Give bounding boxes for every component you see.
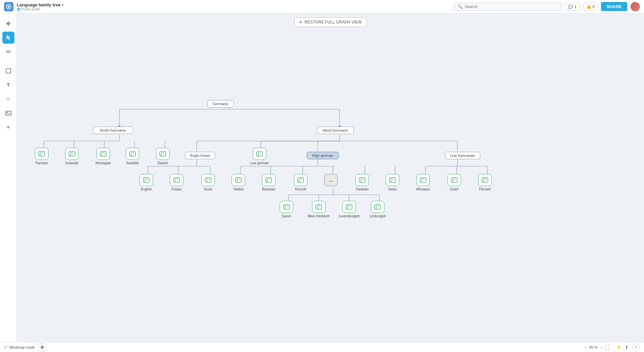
app-subtitle: 🌐 Public graph — [17, 7, 64, 11]
like-button[interactable]: 👍 0 — [583, 3, 598, 11]
download-icon[interactable]: ⬇ — [625, 345, 629, 350]
node-swabian[interactable]: Swabian — [355, 174, 369, 191]
canvas: ✕ RESTORE FULL GRAPH VIEW — [17, 13, 644, 342]
share-button[interactable]: SHARE — [601, 2, 627, 11]
filter-icon[interactable]: ⚡ — [616, 345, 621, 350]
restore-label: RESTORE FULL GRAPH VIEW — [304, 20, 362, 25]
mindmap-icon: ⬡ — [4, 345, 7, 349]
header-actions: 💬 1 👍 0 SHARE — [565, 2, 640, 11]
node-saxon[interactable]: Saxon — [280, 201, 293, 218]
sidebar-select-btn[interactable] — [2, 32, 14, 44]
sidebar-image-btn[interactable] — [2, 107, 14, 119]
svg-rect-75 — [100, 151, 106, 156]
svg-rect-93 — [375, 205, 381, 209]
node-faroese[interactable]: Faroese — [35, 148, 48, 165]
title-dropdown-icon[interactable]: ▾ — [62, 3, 64, 7]
zoom-level: 95 % — [589, 345, 598, 349]
svg-rect-82 — [235, 178, 241, 182]
node-west-germanic[interactable]: West-Germanic — [317, 127, 354, 134]
svg-rect-81 — [205, 178, 211, 182]
fit-screen-icon[interactable]: ⛶ — [605, 345, 609, 350]
avatar[interactable] — [631, 2, 640, 11]
svg-rect-80 — [174, 178, 180, 182]
node-dutch[interactable]: Dutch — [448, 174, 461, 191]
svg-rect-83 — [266, 178, 272, 182]
node-english[interactable]: English — [140, 174, 153, 191]
zoom-next-icon[interactable]: › — [600, 345, 602, 350]
node-limburgish[interactable]: Limburgish — [370, 201, 386, 218]
restore-full-view-button[interactable]: ✕ RESTORE FULL GRAPH VIEW — [294, 17, 367, 27]
node-hunsrik[interactable]: Hunsrik — [294, 174, 307, 191]
app-title: Language family tree — [17, 2, 61, 7]
svg-rect-88 — [451, 178, 457, 182]
node-yiddish[interactable]: Yiddish — [232, 174, 245, 191]
svg-point-1 — [8, 6, 10, 8]
zoom-controls: ‹ 95 % › ⛶ — [585, 345, 609, 350]
sidebar-star-btn[interactable]: ☆ — [2, 93, 14, 105]
restore-icon: ✕ — [299, 20, 302, 25]
mindmap-mode-toggle[interactable]: ⬡ Mindmap mode — [4, 345, 35, 349]
search-box: 🔍 — [454, 3, 562, 11]
svg-rect-87 — [420, 178, 426, 182]
settings-button[interactable]: ⚙ — [38, 343, 46, 351]
like-count: 0 — [593, 4, 595, 9]
svg-rect-76 — [129, 151, 136, 156]
node-swedish[interactable]: Swedish — [126, 148, 139, 165]
svg-rect-73 — [39, 151, 45, 156]
sidebar-move-btn[interactable]: ✥ — [2, 17, 14, 30]
node-swiss[interactable]: Swiss — [386, 174, 399, 191]
svg-rect-85 — [359, 178, 365, 182]
svg-rect-90 — [283, 205, 290, 209]
header: Language family tree ▾ 🌐 Public graph 🔍 … — [0, 0, 644, 13]
sidebar-shapes-btn[interactable] — [2, 65, 14, 77]
like-icon: 👍 — [586, 4, 591, 9]
node-anglo-frisian[interactable]: Anglo-frisian — [185, 152, 215, 159]
sidebar: ✥ T ☆ + — [0, 13, 17, 352]
svg-rect-91 — [316, 205, 322, 209]
svg-rect-89 — [482, 178, 488, 182]
svg-rect-2 — [6, 69, 11, 73]
node-bavarian[interactable]: Bavarian — [262, 174, 275, 191]
mindmap-mode-label: Mindmap mode — [9, 345, 35, 349]
search-icon: 🔍 — [458, 4, 463, 9]
search-input[interactable] — [465, 4, 558, 9]
comment-count: 1 — [574, 4, 577, 9]
node-africaans[interactable]: Africaans — [416, 174, 430, 191]
svg-rect-78 — [257, 151, 263, 156]
node-danish[interactable]: Danish — [156, 148, 169, 165]
node-norwegian[interactable]: Norvegian — [96, 148, 111, 165]
svg-rect-86 — [389, 178, 395, 182]
app-logo — [4, 2, 13, 11]
node-dots[interactable]: ... — [324, 174, 338, 187]
node-high-german[interactable]: High german — [307, 152, 339, 159]
node-main-frankisch[interactable]: Main-fränkisch — [308, 201, 330, 218]
sidebar-add-btn[interactable]: + — [2, 121, 14, 133]
node-frisian[interactable]: Frisian — [170, 174, 183, 191]
svg-rect-74 — [69, 151, 75, 156]
zoom-prev-icon[interactable]: ‹ — [585, 345, 587, 350]
node-low-german[interactable]: Low german — [250, 148, 269, 165]
svg-rect-3 — [6, 111, 11, 115]
sidebar-text-btn[interactable]: T — [2, 79, 14, 91]
comment-button[interactable]: 💬 1 — [565, 3, 580, 11]
svg-rect-84 — [298, 178, 304, 182]
sidebar-link-btn[interactable] — [2, 46, 14, 58]
node-germanic[interactable]: Germanic — [207, 100, 234, 107]
svg-rect-79 — [143, 178, 149, 182]
help-button[interactable]: ? — [632, 343, 640, 351]
node-icelandic[interactable]: Icelandic — [65, 148, 79, 165]
sidebar-divider-1 — [3, 61, 13, 61]
svg-rect-77 — [160, 151, 166, 156]
node-scots[interactable]: Scots — [201, 174, 215, 191]
node-low-francanian[interactable]: Low francanian — [445, 152, 480, 159]
svg-rect-92 — [346, 205, 352, 209]
node-luxemburgish[interactable]: Luxemburgish — [339, 201, 360, 218]
footer: ⬡ Mindmap mode ⚙ ‹ 95 % › ⛶ ⚡ ⬇ ? — [0, 342, 644, 352]
node-flemish[interactable]: Flemish — [478, 174, 492, 191]
node-north-germanic[interactable]: North-Germanic — [93, 127, 133, 134]
title-area: Language family tree ▾ 🌐 Public graph — [17, 2, 64, 11]
comment-icon: 💬 — [568, 4, 573, 9]
